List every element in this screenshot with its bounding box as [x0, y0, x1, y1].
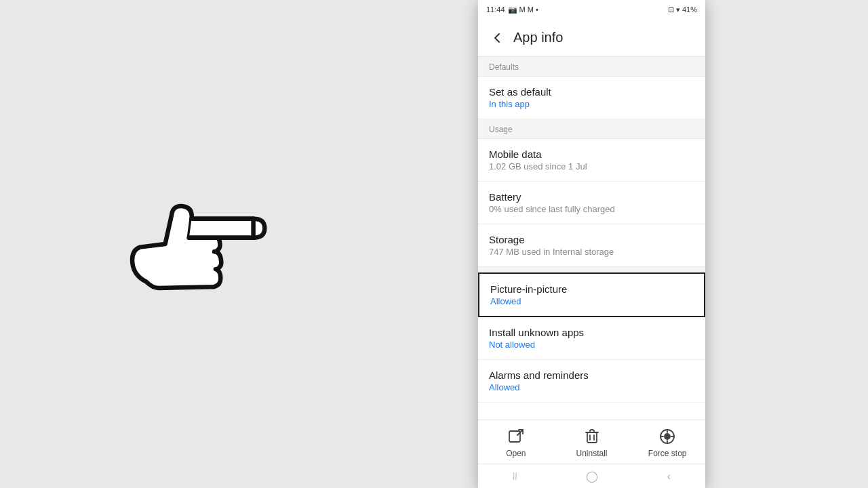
set-as-default-title: Set as default [489, 86, 694, 98]
section-divider [478, 267, 705, 272]
nav-home-icon[interactable]: ◯ [586, 470, 598, 483]
back-arrow-icon [490, 31, 504, 45]
install-unknown-title: Install unknown apps [489, 327, 694, 338]
nav-recents-icon[interactable]: ⦀ [513, 470, 517, 483]
signal-icon: ⊡ [668, 5, 674, 14]
pip-sub: Allowed [490, 296, 693, 306]
open-icon [507, 427, 526, 446]
force-stop-label: Force stop [648, 449, 687, 458]
status-right: ⊡ ▾ 41% [668, 5, 697, 14]
wifi-icon: ▾ [676, 5, 680, 14]
phone-frame: 11:44 📷 M M • ⊡ ▾ 41% App info Defaults … [478, 0, 705, 488]
mobile-data-item[interactable]: Mobile data 1.02 GB used since 1 Jul [478, 139, 705, 182]
battery-sub: 0% used since last fully charged [489, 204, 694, 214]
battery-item[interactable]: Battery 0% used since last fully charged [478, 182, 705, 224]
trash-icon [583, 427, 601, 446]
stop-icon [658, 427, 677, 446]
set-as-default-item[interactable]: Set as default In this app [478, 77, 705, 119]
back-button[interactable] [486, 27, 508, 49]
nav-back-icon[interactable]: ‹ [667, 470, 671, 483]
defaults-section-label: Defaults [478, 57, 705, 77]
open-button[interactable]: Open [478, 427, 554, 458]
page-title: App info [513, 30, 563, 45]
storage-title: Storage [489, 234, 694, 245]
alarms-item[interactable]: Alarms and reminders Allowed [478, 360, 705, 403]
usage-section-label: Usage [478, 119, 705, 139]
install-unknown-item[interactable]: Install unknown apps Not allowed [478, 317, 705, 360]
svg-rect-5 [587, 432, 597, 443]
alarms-title: Alarms and reminders [489, 369, 694, 381]
pip-title: Picture-in-picture [490, 283, 693, 295]
hand-icon [108, 176, 285, 312]
scene: 11:44 📷 M M • ⊡ ▾ 41% App info Defaults … [0, 0, 868, 488]
set-as-default-sub: In this app [489, 99, 694, 109]
open-label: Open [506, 449, 526, 458]
time-display: 11:44 [486, 5, 505, 14]
uninstall-label: Uninstall [576, 449, 607, 458]
picture-in-picture-item[interactable]: Picture-in-picture Allowed [478, 272, 705, 317]
install-unknown-sub: Not allowed [489, 340, 694, 350]
alarms-sub: Allowed [489, 382, 694, 392]
notification-icons: 📷 M M • [508, 5, 538, 14]
svg-rect-3 [509, 431, 520, 442]
storage-sub: 747 MB used in Internal storage [489, 247, 694, 257]
status-bar: 11:44 📷 M M • ⊡ ▾ 41% [478, 0, 705, 19]
storage-item[interactable]: Storage 747 MB used in Internal storage [478, 224, 705, 267]
force-stop-button[interactable]: Force stop [629, 427, 705, 458]
mobile-data-title: Mobile data [489, 148, 694, 160]
hand-illustration [108, 176, 285, 312]
uninstall-button[interactable]: Uninstall [554, 427, 630, 458]
action-bar: Open Uninstall [478, 420, 705, 464]
mobile-data-sub: 1.02 GB used since 1 Jul [489, 161, 694, 171]
app-header: App info [478, 19, 705, 57]
svg-point-9 [665, 434, 670, 439]
battery-display: 41% [682, 5, 697, 14]
nav-bar: ⦀ ◯ ‹ [478, 464, 705, 488]
battery-title: Battery [489, 191, 694, 203]
status-left: 11:44 📷 M M • [486, 5, 538, 14]
